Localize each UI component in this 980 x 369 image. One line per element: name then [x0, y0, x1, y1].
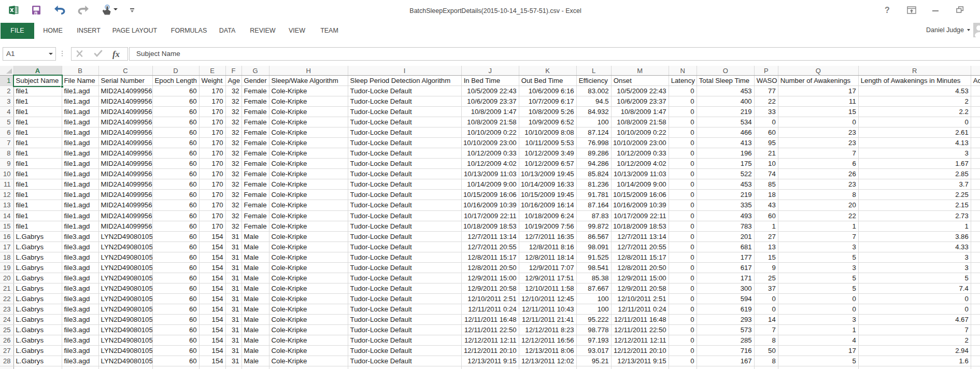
- svg-text:fx: fx: [112, 49, 120, 59]
